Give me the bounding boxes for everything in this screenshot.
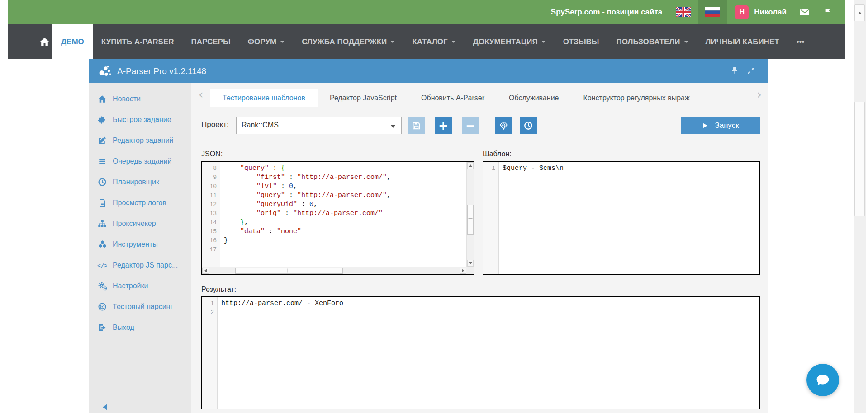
nav-item-купить-a-parser[interactable]: КУПИТЬ A-PARSER <box>93 24 183 59</box>
tab-scroll-left-icon[interactable]: ‹ <box>199 89 203 100</box>
code-line: 17 <box>202 245 474 254</box>
sidebar-item-home[interactable]: Новости <box>89 89 191 109</box>
main-nav: ДЕМОКУПИТЬ A-PARSERПАРСЕРЫФОРУМСЛУЖБА ПО… <box>8 24 845 59</box>
vertical-scroll-thumb[interactable] <box>467 205 474 235</box>
code-text: }, <box>220 218 248 227</box>
sidebar-item-list[interactable]: Очередь заданий <box>89 151 191 172</box>
gem-button[interactable] <box>495 117 512 134</box>
code-text: "first" : "http://a-parser.com/", <box>220 173 391 182</box>
a-parser-window: A-Parser Pro v1.2.1148 НовостиБыстрое за… <box>89 59 768 413</box>
page-scroll-thumb[interactable] <box>854 102 865 216</box>
page-scrollbar[interactable] <box>854 0 866 413</box>
page-scroll-up-icon[interactable] <box>854 4 865 21</box>
line-number: 17 <box>202 245 220 254</box>
sidebar-collapse-arrow[interactable] <box>103 404 107 410</box>
sidebar-item-puzzle[interactable]: Быстрое задание <box>89 109 191 130</box>
nav-item-пользователи[interactable]: ПОЛЬЗОВАТЕЛИ <box>607 24 697 59</box>
nav-item-демо[interactable]: ДЕМО <box>52 24 93 59</box>
code-line: 1$query - $cms\n <box>483 164 759 173</box>
nav-item-служба-поддержки[interactable]: СЛУЖБА ПОДДЕРЖКИ <box>293 24 403 59</box>
code-text <box>217 308 221 317</box>
json-editor-horizontal-scrollbar[interactable] <box>202 267 467 274</box>
json-editor[interactable]: 8 "query" : {9 "first" : "http://a-parse… <box>201 161 474 275</box>
nav-item-label: ЛИЧНЫЙ КАБИНЕТ <box>706 38 779 47</box>
sidebar-item-gears[interactable]: Настройки <box>89 276 191 296</box>
nav-item-label: СЛУЖБА ПОДДЕРЖКИ <box>302 38 387 47</box>
code-text: } <box>220 236 228 245</box>
toolbar: Проект: Rank::CMS + − <box>191 116 768 136</box>
pin-icon[interactable] <box>731 66 739 75</box>
expand-icon[interactable] <box>746 66 755 75</box>
nav-item-форум[interactable]: ФОРУМ <box>239 24 294 59</box>
project-select[interactable]: Rank::CMS <box>236 117 402 134</box>
user-name[interactable]: Николай <box>754 8 787 17</box>
gears-icon <box>97 282 108 291</box>
sidebar-item-target[interactable]: Тестовый парсинг <box>89 296 191 317</box>
code-line: 1http://a-parser.com/ - XenForo <box>202 299 759 308</box>
run-button[interactable]: Запуск <box>681 117 760 134</box>
template-editor[interactable]: 1$query - $cms\n <box>483 161 760 275</box>
scroll-left-icon[interactable] <box>202 268 209 274</box>
language-russian-flag-icon[interactable] <box>698 0 727 24</box>
sidebar-item-label: Редактор заданий <box>113 136 174 145</box>
tab-scroll-right-icon[interactable]: › <box>757 89 762 100</box>
sidebar-item-clock[interactable]: Планировщик <box>89 172 191 192</box>
cubes-icon <box>97 240 108 249</box>
sidebar-item-doc[interactable]: Просмотр логов <box>89 192 191 213</box>
avatar[interactable]: Н <box>735 5 749 19</box>
add-button[interactable]: + <box>435 117 452 134</box>
tab-bar: ‹ Тестирование шаблоновРедактор JavaScri… <box>191 83 768 107</box>
line-number: 13 <box>202 209 220 218</box>
tab-конструктор-регулярных-выраж[interactable]: Конструктор регулярных выраж <box>571 89 702 107</box>
mail-icon[interactable] <box>799 8 810 17</box>
code-line: 11 "query" : "http://a-parser.com/", <box>202 191 474 200</box>
sidebar-item-logout[interactable]: Выход <box>89 317 191 338</box>
nav-item-каталог[interactable]: КАТАЛОГ <box>403 24 464 59</box>
tab-обновить-a-parser[interactable]: Обновить A-Parser <box>409 89 497 107</box>
scrollbar-corner <box>467 267 474 274</box>
code-line: 9 "first" : "http://a-parser.com/", <box>202 173 474 182</box>
sidebar-item-cubes[interactable]: Инструменты <box>89 234 191 255</box>
line-number: 1 <box>483 164 498 173</box>
nav-item-отзывы[interactable]: ОТЗЫВЫ <box>555 24 608 59</box>
sidebar: НовостиБыстрое заданиеРедактор заданийОч… <box>89 83 191 413</box>
schedule-button[interactable] <box>520 117 537 134</box>
template-editor-gutter <box>483 162 499 274</box>
flag-icon[interactable] <box>823 8 832 17</box>
clock-icon <box>97 178 108 187</box>
sidebar-item-edit[interactable]: Редактор заданий <box>89 130 191 151</box>
save-button[interactable] <box>408 117 425 134</box>
sidebar-item-label: Выход <box>113 324 134 332</box>
remove-button[interactable]: − <box>462 117 479 134</box>
sidebar-item-label: Проксичекер <box>113 220 156 228</box>
puzzle-icon <box>97 115 108 124</box>
tab-тестирование-шаблонов[interactable]: Тестирование шаблонов <box>210 89 318 107</box>
scroll-down-icon[interactable] <box>467 260 474 267</box>
chat-launcher[interactable] <box>806 364 839 396</box>
line-number: 9 <box>202 173 220 182</box>
sidebar-item-code[interactable]: </>Редактор JS парс... <box>89 255 191 276</box>
nav-item-личный-кабинет[interactable]: ЛИЧНЫЙ КАБИНЕТ <box>697 24 788 59</box>
nav-item-label: КАТАЛОГ <box>412 38 447 47</box>
scroll-up-icon[interactable] <box>467 162 474 169</box>
code-text: $query - $cms\n <box>498 164 564 173</box>
result-editor[interactable]: 1http://a-parser.com/ - XenForo2 <box>201 296 760 409</box>
language-english-flag-icon[interactable] <box>676 7 691 17</box>
sidebar-item-sitemap[interactable]: Проксичекер <box>89 213 191 234</box>
target-icon <box>97 302 108 311</box>
list-icon <box>97 157 108 165</box>
home-icon[interactable] <box>39 37 50 47</box>
tab-редактор-javascript[interactable]: Редактор JavaScript <box>318 89 409 107</box>
line-number: 11 <box>202 191 220 200</box>
nav-item-документация[interactable]: ДОКУМЕНТАЦИЯ <box>465 24 555 59</box>
nav-item-more[interactable]: ••• <box>788 24 813 59</box>
json-editor-vertical-scrollbar[interactable] <box>466 162 474 267</box>
scroll-right-icon[interactable] <box>460 268 466 274</box>
nav-item-label: ПАРСЕРЫ <box>191 38 231 47</box>
horizontal-scroll-thumb[interactable] <box>235 268 343 274</box>
tab-обслуживание[interactable]: Обслуживание <box>497 89 571 107</box>
nav-item-парсеры[interactable]: ПАРСЕРЫ <box>183 24 239 59</box>
code-icon: </> <box>97 261 108 269</box>
app-title: A-Parser Pro v1.2.1148 <box>117 66 206 76</box>
nav-item-label: ДОКУМЕНТАЦИЯ <box>473 38 538 47</box>
